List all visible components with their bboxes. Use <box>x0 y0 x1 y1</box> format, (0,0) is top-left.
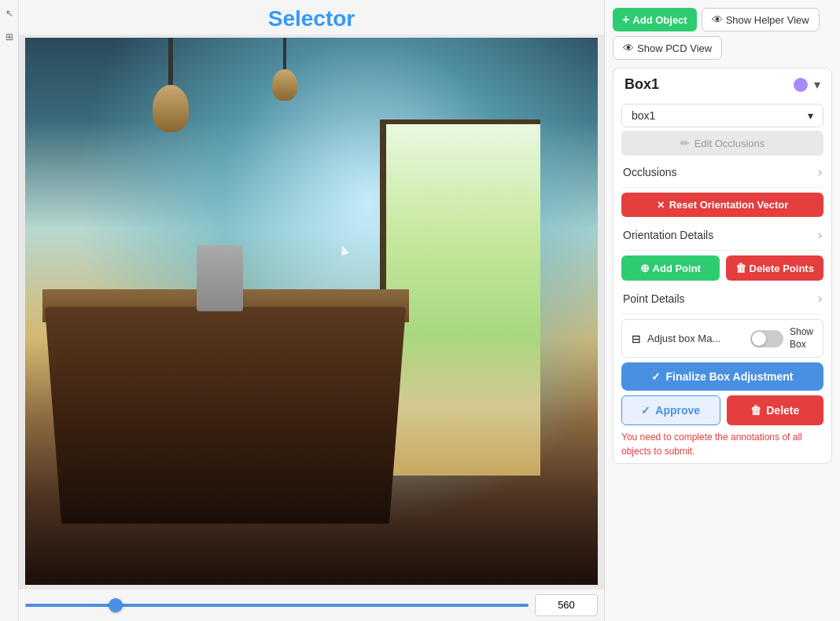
box-color-dot[interactable] <box>794 78 808 92</box>
finalize-label: Finalize Box Adjustment <box>665 370 793 383</box>
delete-points-button[interactable]: Delete Points <box>726 255 824 281</box>
orientation-details-label: Orientation Details <box>623 229 713 241</box>
scene-viewer[interactable] <box>25 38 598 585</box>
delete-trash-icon <box>750 404 761 417</box>
add-point-button[interactable]: Add Point <box>621 255 720 281</box>
sink <box>197 245 242 311</box>
slider-track[interactable] <box>25 604 529 607</box>
divider-3 <box>621 314 823 314</box>
delete-button[interactable]: Delete <box>727 395 824 425</box>
left-sidebar: ↖ ⊞ <box>0 0 19 621</box>
divider-2 <box>621 250 823 251</box>
tool-icon[interactable]: ⊞ <box>2 30 17 44</box>
approve-button[interactable]: Approve <box>621 395 720 425</box>
add-object-button[interactable]: Add Object <box>613 8 697 31</box>
point-details-row[interactable]: Point Details › <box>613 285 831 312</box>
divider-1 <box>621 187 823 188</box>
eye-icon-helper <box>712 13 723 26</box>
point-details-label: Point Details <box>623 292 685 305</box>
finalize-box-button[interactable]: Finalize Box Adjustment <box>621 362 823 391</box>
trash-icon <box>735 262 746 274</box>
dropdown-arrow-icon: ▾ <box>808 109 813 122</box>
box-title: Box1 <box>624 76 659 93</box>
show-box-label: ShowBox <box>790 326 813 351</box>
reset-orientation-label: Reset Orientation Vector <box>669 199 789 211</box>
action-buttons: Approve Delete <box>621 395 823 425</box>
edit-occlusions-label: Edit Occlusions <box>694 138 765 149</box>
kitchen-scene <box>25 38 598 585</box>
show-pcd-label: Show PCD View <box>637 42 712 54</box>
adjust-box-label: Adjust box Ma... <box>647 333 744 344</box>
panel-top-buttons: Add Object Show Helper View Show PCD Vie… <box>605 0 840 64</box>
point-buttons: Add Point Delete Points <box>621 255 823 281</box>
approve-check-icon <box>641 404 650 417</box>
show-helper-button[interactable]: Show Helper View <box>702 8 820 31</box>
occlusions-row[interactable]: Occlusions › <box>613 159 831 186</box>
delete-label: Delete <box>766 404 799 417</box>
box-header: Box1 ▾ <box>613 68 831 101</box>
eye-icon-pcd <box>623 42 634 54</box>
point-details-chevron-icon: › <box>818 292 822 306</box>
box-type-dropdown[interactable]: box1 ▾ <box>621 104 823 127</box>
toggle-thumb <box>752 332 766 346</box>
cursor-icon[interactable]: ↖ <box>2 6 17 20</box>
timeline-slider-container <box>25 604 529 607</box>
box-header-right: ▾ <box>794 77 820 92</box>
orientation-chevron-icon: › <box>818 228 822 242</box>
show-box-toggle[interactable] <box>750 330 783 347</box>
page-title: Selector <box>19 0 604 35</box>
reset-orientation-button[interactable]: Reset Orientation Vector <box>621 193 823 217</box>
counter-dark <box>45 307 406 524</box>
pendant-light-1 <box>168 38 173 132</box>
edit-occlusions-button[interactable]: Edit Occlusions <box>621 130 823 156</box>
occlusions-label: Occlusions <box>623 166 676 178</box>
right-panel: Add Object Show Helper View Show PCD Vie… <box>604 0 840 621</box>
x-icon <box>657 199 665 211</box>
pendant-light-2 <box>283 38 286 101</box>
pencil-icon <box>680 137 690 149</box>
adjust-box-row: Adjust box Ma... ShowBox <box>621 319 823 358</box>
show-pcd-button[interactable]: Show PCD View <box>613 36 722 60</box>
chevron-down-icon[interactable]: ▾ <box>814 77 820 92</box>
orientation-details-row[interactable]: Orientation Details › <box>613 222 831 248</box>
add-object-label: Add Object <box>632 14 687 26</box>
add-point-label: Add Point <box>653 263 701 274</box>
show-helper-label: Show Helper View <box>726 14 809 26</box>
box-card: Box1 ▾ box1 ▾ Edit Occlusions Occlusions… <box>613 68 832 464</box>
box-dropdown-value: box1 <box>632 109 655 122</box>
main-area: Selector 560 <box>19 0 604 621</box>
bottom-controls: 560 <box>19 588 604 621</box>
check-icon <box>651 370 661 383</box>
approve-label: Approve <box>655 404 700 417</box>
frame-input[interactable]: 560 <box>535 594 598 616</box>
plus-icon <box>622 13 629 27</box>
sliders-icon <box>632 332 641 346</box>
delete-points-label: Delete Points <box>750 263 814 274</box>
add-point-icon <box>640 262 650 274</box>
warning-text: You need to complete the annotations of … <box>621 430 823 458</box>
slider-thumb[interactable] <box>109 598 123 612</box>
occlusions-chevron-icon: › <box>818 165 822 179</box>
